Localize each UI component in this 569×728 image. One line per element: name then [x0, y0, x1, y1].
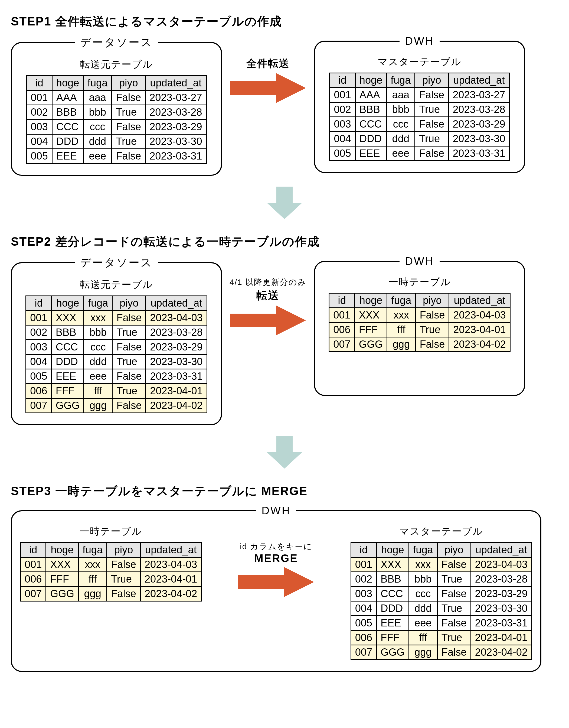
table-cell: False	[112, 340, 146, 355]
column-header: piyo	[415, 293, 449, 308]
table-cell: 2023-04-01	[449, 323, 510, 337]
step1-dwh-panel: DWH マスターテーブル idhogefugapiyoupdated_at001…	[314, 35, 525, 173]
table-cell: 001	[21, 557, 46, 572]
arrow-right-icon	[238, 567, 314, 597]
column-header: fuga	[83, 76, 112, 90]
column-header: piyo	[437, 543, 471, 557]
table-row: 004DDDdddTrue2023-03-30	[351, 601, 532, 616]
table-cell: 2023-04-03	[449, 308, 510, 323]
table-row: 006FFFfffTrue2023-04-01	[26, 384, 207, 398]
column-header: id	[330, 73, 355, 88]
table-row: 005EEEeeeFalse2023-03-31	[330, 146, 509, 161]
table-cell: False	[112, 90, 145, 105]
table-row: 007GGGgggFalse2023-04-02	[21, 587, 202, 601]
step2-row: データソース 転送元テーブル idhogefugapiyoupdated_at0…	[11, 255, 558, 425]
table-cell: DDD	[51, 355, 84, 369]
table-cell: 2023-03-31	[145, 149, 206, 164]
table-cell: 2023-03-31	[448, 146, 509, 161]
column-header: id	[27, 76, 52, 90]
table-row: 006FFFfffTrue2023-04-01	[351, 631, 532, 645]
step1-source-panel: データソース 転送元テーブル idhogefugapiyoupdated_at0…	[11, 35, 222, 176]
table-cell: 002	[330, 102, 355, 117]
table-row: 001XXXxxxFalse2023-04-03	[21, 557, 202, 572]
down-arrow-1	[11, 187, 558, 220]
table-row: 001XXXxxxFalse2023-04-03	[26, 311, 207, 325]
step2-source-panel: データソース 転送元テーブル idhogefugapiyoupdated_at0…	[11, 255, 222, 425]
table-cell: 006	[21, 572, 46, 587]
table-cell: False	[415, 337, 449, 352]
step3-temp-table: idhogefugapiyoupdated_at001XXXxxxFalse20…	[20, 542, 202, 602]
table-cell: bbb	[409, 572, 437, 587]
table-cell: True	[112, 355, 146, 369]
table-cell: GGG	[46, 587, 79, 601]
step2-arrow-label-big: 転送	[256, 289, 280, 301]
table-cell: CCC	[355, 117, 386, 132]
step1-source-table: idhogefugapiyoupdated_at001AAAaaaFalse20…	[26, 75, 207, 164]
table-cell: ddd	[83, 134, 112, 149]
column-header: id	[21, 543, 46, 557]
table-cell: True	[415, 132, 448, 146]
table-cell: 001	[27, 90, 52, 105]
table-row: 005EEEeeeFalse2023-03-31	[27, 149, 206, 164]
table-cell: GGG	[376, 645, 409, 660]
column-header: fuga	[409, 543, 437, 557]
table-cell: GGG	[51, 398, 84, 413]
table-row: 003CCCcccFalse2023-03-29	[351, 587, 532, 601]
table-row: 001AAAaaaFalse2023-03-27	[330, 88, 509, 102]
column-header: piyo	[112, 296, 146, 311]
table-cell: 005	[330, 146, 355, 161]
step2-dwh-legend: DWH	[399, 255, 440, 267]
table-cell: FFF	[51, 384, 84, 398]
table-cell: True	[437, 631, 471, 645]
table-cell: True	[437, 572, 471, 587]
table-cell: fff	[84, 384, 112, 398]
table-cell: 002	[27, 105, 52, 120]
table-cell: False	[415, 117, 448, 132]
table-cell: 007	[329, 337, 354, 352]
table-cell: False	[437, 587, 471, 601]
svg-marker-1	[267, 187, 302, 219]
table-cell: 002	[351, 572, 376, 587]
table-cell: 2023-03-27	[145, 90, 206, 105]
table-row: 003CCCcccFalse2023-03-29	[26, 340, 207, 355]
table-cell: CCC	[52, 120, 83, 134]
table-cell: xxx	[409, 557, 437, 572]
table-row: 006FFFfffTrue2023-04-01	[329, 323, 510, 337]
step3-arrow-label-big: MERGE	[254, 552, 298, 564]
svg-marker-0	[230, 73, 306, 103]
table-cell: ggg	[409, 645, 437, 660]
table-row: 004DDDdddTrue2023-03-30	[26, 355, 207, 369]
table-cell: 006	[329, 323, 354, 337]
table-cell: 003	[27, 120, 52, 134]
table-cell: 2023-03-28	[146, 325, 207, 340]
step3-dwh-legend: DWH	[256, 505, 296, 517]
column-header: updated_at	[145, 76, 206, 90]
step1-dwh-subtitle: マスターテーブル	[323, 55, 516, 69]
table-cell: eee	[409, 616, 437, 631]
table-cell: True	[112, 105, 145, 120]
table-cell: True	[112, 384, 146, 398]
table-cell: 006	[351, 631, 376, 645]
step3-title: STEP3 一時テーブルをマスターテーブルに MERGE	[11, 483, 558, 499]
table-cell: 2023-03-30	[448, 132, 509, 146]
table-cell: 2023-03-29	[448, 117, 509, 132]
step1-source-subtitle: 転送元テーブル	[20, 58, 213, 71]
table-cell: 005	[351, 616, 376, 631]
arrow-down-icon	[267, 187, 302, 219]
table-row: 007GGGgggFalse2023-04-02	[26, 398, 207, 413]
table-cell: ccc	[386, 117, 415, 132]
column-header: id	[329, 293, 354, 308]
table-cell: True	[107, 572, 141, 587]
step2-source-table: idhogefugapiyoupdated_at001XXXxxxFalse20…	[25, 295, 207, 413]
step3-arrow-col: id カラムをキーに MERGE	[230, 525, 322, 597]
column-header: fuga	[387, 293, 415, 308]
column-header: id	[351, 543, 376, 557]
column-header: piyo	[112, 76, 145, 90]
table-cell: 2023-03-28	[145, 105, 206, 120]
step3-dwh-panel: DWH 一時テーブル idhogefugapiyoupdated_at001XX…	[11, 505, 541, 672]
column-header: updated_at	[448, 73, 509, 88]
table-cell: DDD	[376, 601, 409, 616]
table-cell: ggg	[79, 587, 107, 601]
step3-master-table: idhogefugapiyoupdated_at001XXXxxxFalse20…	[350, 542, 532, 660]
table-row: 006FFFfffTrue2023-04-01	[21, 572, 202, 587]
